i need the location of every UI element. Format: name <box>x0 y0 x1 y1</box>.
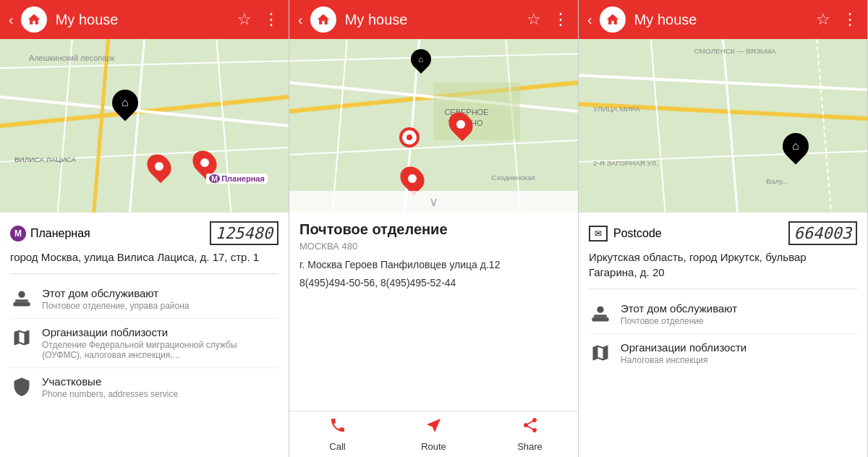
info-row-3-1[interactable]: Организации поблизости Налоговая инспекц… <box>589 334 857 372</box>
content-1: М Планерная 125480 город Москва, улица В… <box>0 213 289 457</box>
header-title-3: My house <box>634 12 810 28</box>
postal-title-2: Почтовое отделение <box>299 221 568 238</box>
content-3: ✉ Postcode 664003 Иркутская область, гор… <box>579 213 867 457</box>
info-title-3-1: Организации поблизости <box>621 341 857 354</box>
full-address-1: город Москва, улица Вилиса Лациса, д. 17… <box>10 249 278 265</box>
mail-icon-3: ✉ <box>589 226 608 242</box>
poi-pin-2a <box>450 111 472 137</box>
poi-white-2 <box>399 127 420 148</box>
metro-name-1: Планерная <box>30 227 90 240</box>
person-icon-3 <box>589 302 612 325</box>
divider-3 <box>589 289 857 289</box>
postal-address-2: г. Москва Героев Панфиловцев улица д.12 <box>299 257 568 273</box>
route-button[interactable]: Route <box>386 411 482 457</box>
metro-icon-1: М <box>10 226 26 242</box>
person-icon-1 <box>10 287 33 310</box>
more-icon-2[interactable]: ⋮ <box>553 10 569 29</box>
info-subtitle-1-1: Отделение Федеральной миграционной служб… <box>42 340 278 360</box>
postcode-text-label-3: Postcode <box>613 227 662 240</box>
map-icon-3 <box>589 341 612 364</box>
postcode-1: 125480 <box>210 221 278 245</box>
share-icon <box>522 417 539 438</box>
map-svg-1: ВИЛИСА ЛАЦИСА Планерная Алешкинский лесо… <box>0 39 289 213</box>
postcode-label-3: ✉ Postcode <box>589 226 662 242</box>
info-text-1-0: Этот дом обслуживают Почтовое отделение,… <box>42 287 278 311</box>
poi-pin-2b <box>401 166 423 192</box>
route-icon <box>425 417 443 438</box>
share-label: Share <box>517 441 542 452</box>
metro-label-row-1: М Планерная <box>10 226 90 242</box>
divider-1 <box>10 273 278 274</box>
svg-text:СМОЛЕНСК — ВЯЗЬМА: СМОЛЕНСК — ВЯЗЬМА <box>694 47 776 55</box>
chevron-bar-2[interactable]: ∨ <box>289 191 578 213</box>
map-area-1[interactable]: ВИЛИСА ЛАЦИСА Планерная Алешкинский лесо… <box>0 39 289 213</box>
header-2: ‹ My house ☆ ⋮ <box>289 0 578 39</box>
home-icon-badge-1 <box>21 7 47 33</box>
info-row-3-0[interactable]: Этот дом обслуживают Почтовое отделение <box>589 295 857 334</box>
info-text-1-1: Организации поблизости Отделение Федерал… <box>42 326 278 360</box>
svg-rect-39 <box>594 315 608 317</box>
info-subtitle-3-1: Налоговая инспекция <box>621 355 857 365</box>
info-title-1-2: Участковые <box>42 375 278 388</box>
full-address-3: Иркутская область, город Иркутск, бульва… <box>589 249 857 280</box>
home-icon-badge-3 <box>600 7 626 33</box>
map-svg-3: СМОЛЕНСК — ВЯЗЬМА УЛИЦА МИРА 2-Я ЗАГОРНА… <box>579 39 867 213</box>
back-arrow-1[interactable]: ‹ <box>9 12 14 28</box>
call-icon <box>329 417 346 438</box>
more-icon-1[interactable]: ⋮ <box>263 10 280 29</box>
star-icon-2[interactable]: ☆ <box>527 10 541 29</box>
info-row-1-2[interactable]: Участковые Phone numbers, addresses serv… <box>10 368 278 406</box>
info-text-1-2: Участковые Phone numbers, addresses serv… <box>42 375 278 399</box>
back-arrow-3[interactable]: ‹ <box>587 12 592 28</box>
svg-rect-14 <box>13 302 30 307</box>
home-pin-icon-2: ⌂ <box>418 54 423 64</box>
header-title-1: My house <box>56 12 231 28</box>
postal-code-2: МОСКВА 480 <box>299 241 568 252</box>
postcode-value-3: 664003 <box>788 221 857 245</box>
home-icon-badge-2 <box>310 7 336 33</box>
home-pin-3: ⌂ <box>783 133 809 159</box>
call-label: Call <box>329 441 345 452</box>
home-pin-top-2: ⌂ <box>411 49 431 69</box>
metro-pin-1 <box>194 150 216 176</box>
header-title-2: My house <box>345 12 521 28</box>
info-row-1-0[interactable]: Этот дом обслуживают Почтовое отделение,… <box>10 280 278 319</box>
info-subtitle-1-2: Phone numbers, addresses service <box>42 389 278 399</box>
postal-phone-2: 8(495)494-50-56, 8(495)495-52-44 <box>299 277 568 289</box>
info-text-3-1: Организации поблизости Налоговая инспекц… <box>621 341 857 365</box>
content-2: Почтовое отделение МОСКВА 480 г. Москва … <box>289 213 578 411</box>
map-area-2[interactable]: СЕВЕРНОЕ ТУШИНО Сходненская ⌂ ∨ <box>289 39 578 213</box>
svg-point-12 <box>18 291 25 298</box>
header-1: ‹ My house ☆ ⋮ <box>0 0 289 39</box>
panel-2: ‹ My house ☆ ⋮ СЕВЕРНОЕ ТУШИНО Сходненск… <box>289 0 579 457</box>
metro-label-1: МПланерная <box>206 174 268 184</box>
svg-text:2-Я ЗАГОРНАЯ УЛ.: 2-Я ЗАГОРНАЯ УЛ. <box>593 159 658 167</box>
header-3: ‹ My house ☆ ⋮ <box>579 0 867 39</box>
back-arrow-2[interactable]: ‹ <box>298 12 303 28</box>
home-svg-1 <box>27 12 41 27</box>
star-icon-3[interactable]: ☆ <box>816 10 830 29</box>
svg-rect-40 <box>592 317 608 322</box>
svg-text:Алешкинский лесопарк: Алешкинский лесопарк <box>29 54 115 62</box>
info-title-3-0: Этот дом обслуживают <box>621 302 857 315</box>
share-button[interactable]: Share <box>482 411 578 457</box>
map-area-3[interactable]: СМОЛЕНСК — ВЯЗЬМА УЛИЦА МИРА 2-Я ЗАГОРНА… <box>579 39 867 213</box>
info-subtitle-1-0: Почтовое отделение, управа района <box>42 301 278 311</box>
more-icon-3[interactable]: ⋮ <box>842 10 859 29</box>
info-subtitle-3-0: Почтовое отделение <box>621 316 857 326</box>
home-svg-2 <box>316 12 331 27</box>
info-row-1-1[interactable]: Организации поблизости Отделение Федерал… <box>10 319 278 368</box>
star-icon-1[interactable]: ☆ <box>237 10 252 29</box>
call-button[interactable]: Call <box>289 411 386 457</box>
home-pin-icon-3: ⌂ <box>792 140 799 153</box>
home-pin-icon-1: ⌂ <box>122 96 129 109</box>
shield-icon-1 <box>10 375 33 398</box>
info-title-1-0: Этот дом обслуживают <box>42 287 278 299</box>
svg-text:Сходненская: Сходненская <box>491 174 535 181</box>
panel-1: ‹ My house ☆ ⋮ ВИЛИСА ЛАЦИСА Планерная <box>0 0 289 457</box>
address-header-1: М Планерная 125480 <box>10 221 278 245</box>
home-svg-3 <box>605 12 620 27</box>
svg-point-38 <box>597 307 603 313</box>
svg-text:УЛИЦА МИРА: УЛИЦА МИРА <box>593 105 640 113</box>
home-pin-1: ⌂ <box>112 90 138 116</box>
